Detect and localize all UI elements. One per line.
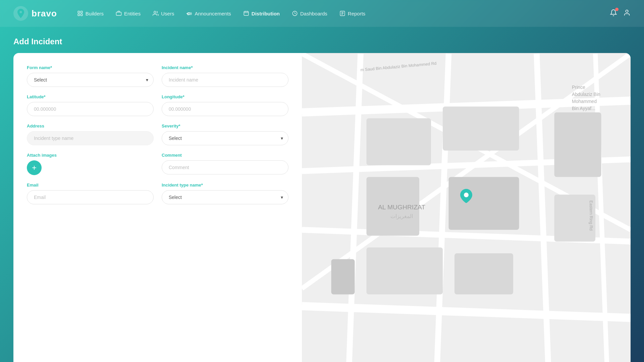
incident-name-group: Incident name* bbox=[162, 65, 288, 87]
form-name-label: Form name* bbox=[27, 65, 154, 70]
incident-type-select[interactable]: Select bbox=[162, 190, 288, 204]
map-pin bbox=[460, 189, 472, 206]
svg-text:Prince: Prince bbox=[572, 85, 585, 90]
nav-right bbox=[610, 9, 631, 18]
email-group: Email bbox=[27, 183, 154, 204]
email-input[interactable] bbox=[27, 190, 154, 204]
attach-images-button[interactable]: + bbox=[27, 160, 42, 175]
incident-name-label: Incident name* bbox=[162, 65, 288, 70]
nav-item-reports[interactable]: Reports bbox=[339, 10, 366, 16]
longitude-group: Longitude* bbox=[162, 94, 288, 116]
svg-rect-5 bbox=[116, 12, 121, 15]
comment-input[interactable] bbox=[162, 160, 288, 174]
svg-text:Mohammed: Mohammed bbox=[572, 99, 597, 104]
user-icon bbox=[623, 9, 631, 16]
add-incident-card: Form name* Select ▾ Incident name* Latit… bbox=[13, 53, 631, 362]
user-profile-button[interactable] bbox=[623, 9, 631, 18]
nav-item-entities[interactable]: Entities bbox=[116, 10, 141, 16]
builders-icon bbox=[77, 10, 83, 16]
notifications-button[interactable] bbox=[610, 9, 617, 18]
svg-rect-3 bbox=[78, 14, 79, 16]
svg-text:Abdulaziz Bin: Abdulaziz Bin bbox=[572, 92, 600, 97]
entities-icon bbox=[116, 10, 122, 16]
map-section: AL MUGHRIZAT المغريزات Prince Abdulaziz … bbox=[302, 53, 631, 362]
logo-icon bbox=[13, 6, 28, 21]
svg-rect-26 bbox=[367, 118, 431, 165]
map-svg: AL MUGHRIZAT المغريزات Prince Abdulaziz … bbox=[302, 53, 631, 362]
distribution-icon bbox=[243, 10, 249, 16]
nav-item-dashboards[interactable]: Dashboards bbox=[292, 10, 327, 16]
svg-rect-27 bbox=[443, 107, 519, 151]
map-background[interactable]: AL MUGHRIZAT المغريزات Prince Abdulaziz … bbox=[302, 53, 631, 362]
incident-form: Form name* Select ▾ Incident name* Latit… bbox=[13, 53, 302, 362]
logo[interactable]: bravo bbox=[13, 6, 57, 21]
reports-icon bbox=[339, 10, 345, 16]
nav-item-distribution[interactable]: Distribution bbox=[243, 10, 280, 16]
svg-point-43 bbox=[464, 193, 469, 197]
form-name-group: Form name* Select ▾ bbox=[27, 65, 154, 87]
severity-group: Severity* Select ▾ bbox=[162, 123, 288, 145]
dashboards-icon bbox=[292, 10, 298, 16]
svg-rect-32 bbox=[554, 112, 601, 177]
incident-type-group: Incident type name* Select ▾ bbox=[162, 183, 288, 204]
email-label: Email bbox=[27, 183, 154, 188]
announcements-icon bbox=[186, 10, 192, 16]
users-icon bbox=[153, 10, 159, 16]
latitude-label: Latitude* bbox=[27, 94, 154, 99]
svg-rect-31 bbox=[454, 253, 513, 295]
address-label: Address bbox=[27, 123, 154, 128]
page-title: Add Incident bbox=[13, 37, 631, 46]
severity-select[interactable]: Select bbox=[162, 131, 288, 145]
address-group: Address bbox=[27, 123, 154, 145]
svg-point-13 bbox=[626, 10, 628, 12]
form-name-select[interactable]: Select bbox=[27, 73, 154, 87]
attach-images-group: Attach images + bbox=[27, 153, 154, 175]
svg-rect-9 bbox=[188, 13, 190, 15]
svg-rect-4 bbox=[80, 14, 82, 16]
latitude-group: Latitude* bbox=[27, 94, 154, 116]
incident-type-label: Incident type name* bbox=[162, 183, 288, 188]
longitude-input[interactable] bbox=[162, 102, 288, 116]
svg-rect-2 bbox=[80, 11, 82, 13]
svg-rect-29 bbox=[449, 177, 519, 230]
svg-text:Eastern Ring Rd: Eastern Ring Rd bbox=[589, 201, 593, 231]
comment-label: Comment bbox=[162, 153, 288, 158]
severity-select-wrapper: Select ▾ bbox=[162, 131, 288, 145]
comment-group: Comment bbox=[162, 153, 288, 175]
nav-item-builders[interactable]: Builders bbox=[77, 10, 104, 16]
svg-text:Bin Ayyaf...: Bin Ayyaf... bbox=[572, 106, 595, 111]
notification-badge bbox=[615, 8, 619, 11]
nav-items: Builders Entities Users Announcements Di… bbox=[77, 10, 610, 16]
nav-item-users[interactable]: Users bbox=[153, 10, 174, 16]
svg-rect-30 bbox=[367, 248, 443, 295]
svg-rect-10 bbox=[244, 11, 249, 15]
form-name-select-wrapper: Select ▾ bbox=[27, 73, 154, 87]
main-content: Add Incident Form name* Select ▾ Inciden… bbox=[0, 27, 644, 362]
incident-type-select-wrapper: Select ▾ bbox=[162, 190, 288, 204]
nav-item-announcements[interactable]: Announcements bbox=[186, 10, 231, 16]
latitude-input[interactable] bbox=[27, 102, 154, 116]
longitude-label: Longitude* bbox=[162, 94, 288, 99]
logo-text: bravo bbox=[32, 8, 57, 19]
svg-rect-1 bbox=[78, 11, 79, 13]
address-input[interactable] bbox=[27, 131, 154, 145]
svg-text:المغريزات: المغريزات bbox=[390, 213, 413, 219]
severity-label: Severity* bbox=[162, 123, 288, 128]
navbar: bravo Builders Entities Users Announceme… bbox=[0, 0, 644, 27]
incident-name-input[interactable] bbox=[162, 73, 288, 87]
svg-text:AL MUGHRIZAT: AL MUGHRIZAT bbox=[378, 204, 425, 211]
svg-point-6 bbox=[154, 11, 156, 13]
svg-rect-34 bbox=[331, 259, 355, 295]
attach-images-label: Attach images bbox=[27, 153, 154, 158]
